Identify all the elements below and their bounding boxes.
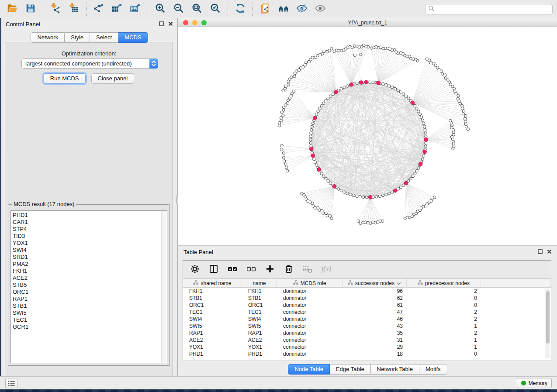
import-network-button[interactable] <box>48 2 63 16</box>
network-leaf-node[interactable] <box>278 121 281 124</box>
network-node[interactable] <box>388 192 391 195</box>
network-leaf-node[interactable] <box>280 148 283 151</box>
network-leaf-node[interactable] <box>399 52 402 54</box>
network-hub-node[interactable] <box>364 80 368 84</box>
tab-motifs[interactable]: Motifs <box>419 364 447 375</box>
network-node[interactable] <box>329 182 332 185</box>
network-leaf-node[interactable] <box>280 144 283 147</box>
column-header-shared-name[interactable]: shared name <box>183 279 242 287</box>
network-node[interactable] <box>318 107 321 110</box>
network-node[interactable] <box>320 172 323 175</box>
network-node[interactable] <box>346 192 349 195</box>
float-table-panel-icon[interactable] <box>538 249 543 255</box>
close-panel-button[interactable]: Close panel <box>91 73 135 84</box>
network-node[interactable] <box>399 186 402 189</box>
network-node[interactable] <box>327 97 329 100</box>
network-node[interactable] <box>340 189 343 192</box>
tab-network[interactable]: Network <box>31 32 65 43</box>
tab-network-table[interactable]: Network Table <box>371 364 419 375</box>
mcds-result-item[interactable]: PMA2 <box>11 261 161 268</box>
open-file-button[interactable] <box>4 2 20 16</box>
network-node[interactable] <box>343 191 346 193</box>
network-node[interactable] <box>397 89 399 92</box>
network-node[interactable] <box>359 196 361 198</box>
table-row[interactable]: SWI5SWI5connector431 <box>183 323 551 330</box>
network-node[interactable] <box>412 175 414 177</box>
network-node[interactable] <box>419 113 421 116</box>
network-node[interactable] <box>311 125 313 128</box>
zoom-selected-button[interactable] <box>208 2 223 16</box>
mcds-result-item[interactable]: SRD1 <box>11 254 161 261</box>
network-node[interactable] <box>309 135 312 138</box>
network-node[interactable] <box>311 122 314 125</box>
hide-visual-details-button[interactable] <box>294 2 310 16</box>
network-node[interactable] <box>356 195 358 197</box>
split-panel-button[interactable] <box>206 263 221 277</box>
table-scrollbar[interactable] <box>545 289 550 358</box>
network-node[interactable] <box>315 113 318 116</box>
network-leaf-node[interactable] <box>464 114 467 117</box>
network-leaf-node[interactable] <box>287 80 290 83</box>
network-leaf-node[interactable] <box>308 60 310 63</box>
network-node[interactable] <box>369 81 371 83</box>
binoculars-button[interactable] <box>276 2 291 16</box>
tab-mcds[interactable]: MCDS <box>118 32 148 43</box>
export-table-button[interactable] <box>109 2 125 16</box>
network-leaf-node[interactable] <box>323 50 325 52</box>
network-leaf-node[interactable] <box>464 117 466 120</box>
network-leaf-node[interactable] <box>283 160 286 162</box>
mcds-result-item[interactable]: CAR1 <box>11 219 161 226</box>
network-leaf-node[interactable] <box>333 50 336 52</box>
network-node[interactable] <box>332 93 334 95</box>
network-hub-node[interactable] <box>423 150 427 154</box>
network-leaf-node[interactable] <box>462 112 464 115</box>
network-leaf-node[interactable] <box>449 119 452 122</box>
show-graphics-details-button[interactable] <box>312 2 328 16</box>
network-node[interactable] <box>329 95 332 97</box>
network-node[interactable] <box>349 193 352 196</box>
close-table-panel-icon[interactable] <box>547 249 552 255</box>
table-scrollbar-thumb[interactable] <box>546 291 550 344</box>
network-leaf-node[interactable] <box>322 212 325 214</box>
network-leaf-node[interactable] <box>381 220 384 222</box>
network-leaf-node[interactable] <box>464 123 467 125</box>
zoom-fit-button[interactable] <box>189 2 205 16</box>
network-leaf-node[interactable] <box>305 61 308 63</box>
save-session-button[interactable] <box>23 2 38 16</box>
network-node[interactable] <box>310 128 313 131</box>
network-leaf-node[interactable] <box>284 163 287 165</box>
network-node[interactable] <box>391 86 394 89</box>
column-header-name[interactable]: name <box>242 279 277 287</box>
network-node[interactable] <box>322 175 325 177</box>
table-row[interactable]: PHD1PHD1dominator180 <box>183 351 551 358</box>
select-all-columns-button[interactable] <box>225 263 240 277</box>
network-node[interactable] <box>378 195 381 197</box>
network-view-titlebar[interactable]: YPA_prune.txt_1 <box>178 18 557 27</box>
table-row[interactable]: SWI4SWI4dominator462 <box>183 316 551 323</box>
network-leaf-node[interactable] <box>278 124 280 127</box>
network-node[interactable] <box>337 188 340 190</box>
column-header-predecessor-nodes[interactable]: predecessor nodes <box>407 279 481 287</box>
create-column-button[interactable] <box>263 263 277 277</box>
network-node[interactable] <box>325 177 327 180</box>
refresh-view-button[interactable] <box>232 2 248 16</box>
network-leaf-node[interactable] <box>330 217 333 220</box>
network-leaf-node[interactable] <box>293 75 296 78</box>
search-input[interactable] <box>435 6 550 12</box>
memory-button[interactable]: Memory <box>517 378 552 388</box>
network-node[interactable] <box>385 83 387 86</box>
mcds-result-item[interactable]: RAP1 <box>11 296 161 303</box>
network-leaf-node[interactable] <box>406 216 408 219</box>
network-leaf-node[interactable] <box>287 99 289 102</box>
network-node[interactable] <box>420 116 422 118</box>
network-hub-node[interactable] <box>424 138 428 142</box>
tab-edge-table[interactable]: Edge Table <box>330 364 371 375</box>
network-hub-node[interactable] <box>311 154 315 158</box>
network-hub-node[interactable] <box>334 90 338 94</box>
network-node[interactable] <box>407 97 410 100</box>
network-leaf-node[interactable] <box>282 152 285 155</box>
network-hub-node[interactable] <box>349 83 353 87</box>
network-node[interactable] <box>313 158 315 160</box>
network-hub-node[interactable] <box>411 101 415 105</box>
mcds-result-item[interactable]: STB1 <box>11 303 161 309</box>
